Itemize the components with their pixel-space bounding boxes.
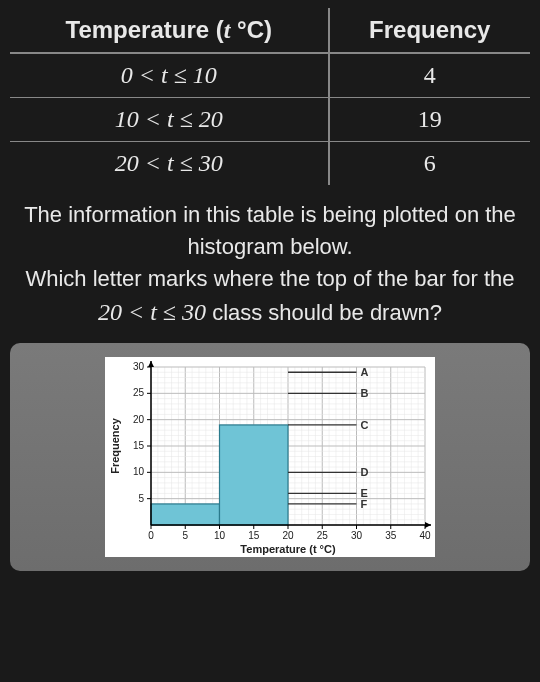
svg-marker-75	[148, 361, 154, 367]
y-tick-label: 30	[133, 361, 145, 372]
question-line1: The information in this table is being p…	[24, 202, 516, 259]
y-tick-label: 5	[138, 493, 144, 504]
x-tick-label: 35	[385, 530, 397, 541]
header-temperature-text: Temperature (t °C)	[66, 16, 273, 43]
y-axis-label: Frequency	[109, 418, 121, 475]
question-range: 20 < t ≤ 30	[98, 299, 206, 325]
x-tick-label: 15	[248, 530, 260, 541]
histogram-chart: ABCDEF051015202530354051015202530Tempera…	[105, 357, 435, 557]
header-frequency: Frequency	[329, 8, 530, 53]
y-tick-label: 20	[133, 414, 145, 425]
table-row: 0 < t ≤ 10 4	[10, 53, 530, 98]
frequency-table: Temperature (t °C) Frequency 0 < t ≤ 10 …	[10, 8, 530, 185]
cell-range: 0 < t ≤ 10	[10, 53, 329, 98]
histogram-bar	[220, 425, 289, 525]
cell-freq: 4	[329, 53, 530, 98]
marker-label: A	[361, 367, 369, 379]
x-tick-label: 20	[282, 530, 294, 541]
x-tick-label: 5	[182, 530, 188, 541]
question-line2-pre: Which letter marks where the top of the …	[25, 266, 514, 291]
marker-label: F	[361, 498, 368, 510]
histogram-bar	[151, 504, 220, 525]
y-tick-label: 25	[133, 388, 145, 399]
x-tick-label: 0	[148, 530, 154, 541]
marker-label: D	[361, 467, 369, 479]
header-temperature: Temperature (t °C)	[10, 8, 329, 53]
x-tick-label: 25	[317, 530, 329, 541]
x-tick-label: 40	[419, 530, 431, 541]
cell-range: 10 < t ≤ 20	[10, 98, 329, 142]
svg-marker-74	[425, 522, 431, 528]
marker-label: B	[361, 388, 369, 400]
x-axis-label: Temperature (t °C)	[240, 543, 336, 555]
cell-freq: 19	[329, 98, 530, 142]
cell-range: 20 < t ≤ 30	[10, 142, 329, 186]
chart-svg: ABCDEF051015202530354051015202530Tempera…	[105, 357, 435, 557]
table-row: 10 < t ≤ 20 19	[10, 98, 530, 142]
x-tick-label: 10	[214, 530, 226, 541]
cell-freq: 6	[329, 142, 530, 186]
question-line2-post: class should be drawn?	[212, 300, 442, 325]
y-tick-label: 15	[133, 440, 145, 451]
question-text: The information in this table is being p…	[10, 195, 530, 343]
y-tick-label: 10	[133, 467, 145, 478]
marker-label: C	[361, 419, 369, 431]
table-row: 20 < t ≤ 30 6	[10, 142, 530, 186]
x-tick-label: 30	[351, 530, 363, 541]
chart-panel: ABCDEF051015202530354051015202530Tempera…	[10, 343, 530, 571]
